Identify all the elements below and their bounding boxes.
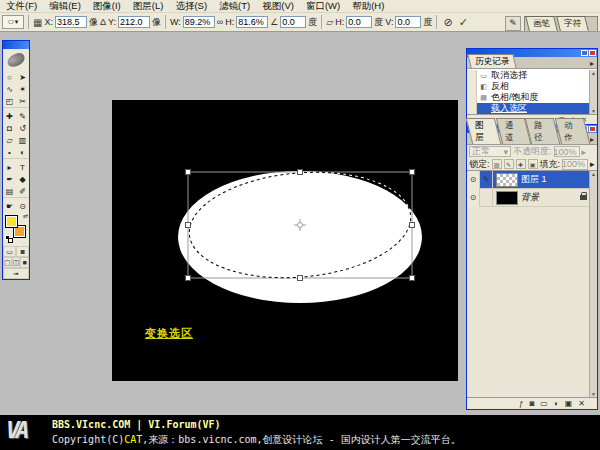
lock-all-button[interactable]: ▣ bbox=[528, 159, 538, 169]
brush-palette-button[interactable]: ✎ bbox=[505, 16, 521, 31]
cancel-transform-button[interactable]: ⊘ bbox=[441, 16, 454, 29]
visibility-eye-icon[interactable]: ⊙ bbox=[467, 189, 480, 207]
standard-screen-button[interactable]: ▢ bbox=[3, 257, 12, 268]
history-source-well[interactable] bbox=[467, 92, 477, 103]
scroll-up-icon[interactable]: ▲ bbox=[591, 171, 596, 177]
document-canvas[interactable]: 变换选区 bbox=[112, 100, 458, 381]
link-dimensions-icon[interactable]: ∞ bbox=[217, 17, 223, 27]
minimize-icon[interactable] bbox=[581, 50, 588, 56]
commit-transform-button[interactable]: ✓ bbox=[457, 16, 470, 29]
tool-preset-picker[interactable]: ⬭▾ bbox=[2, 15, 24, 29]
tool-pen[interactable]: ✒ bbox=[3, 173, 16, 185]
new-layer-button[interactable]: ▣ bbox=[565, 399, 573, 408]
menu-file[interactable]: 文件(F) bbox=[0, 0, 43, 13]
delete-layer-button[interactable]: ✕ bbox=[578, 399, 585, 408]
jump-to-imageready-button[interactable]: ➟ bbox=[3, 268, 29, 279]
quick-mask-button[interactable]: ◙ bbox=[16, 246, 29, 257]
history-state-load-selection[interactable]: ▫ 载入选区 bbox=[467, 103, 597, 114]
default-colors-icon[interactable] bbox=[5, 235, 13, 243]
adjustment-layer-button[interactable]: ◐ bbox=[554, 399, 559, 408]
tool-slice[interactable]: ✂ bbox=[16, 95, 29, 107]
tool-lasso[interactable]: ∿ bbox=[3, 83, 16, 95]
lock-pixels-button[interactable]: ✎ bbox=[504, 159, 514, 169]
spinner-icon[interactable]: ▸ bbox=[590, 159, 595, 169]
blend-mode-select[interactable]: 正常 ▾ bbox=[469, 146, 511, 157]
tool-eyedropper[interactable]: ✐ bbox=[16, 185, 29, 197]
foreground-color-swatch[interactable] bbox=[5, 215, 18, 228]
fullscreen-button[interactable]: ■ bbox=[20, 257, 29, 268]
fullscreen-menu-button[interactable]: ◫ bbox=[12, 257, 21, 268]
menu-select[interactable]: 选择(S) bbox=[169, 0, 213, 13]
layer-row-layer1[interactable]: ⊙ ✎ 图层 1 bbox=[467, 171, 597, 189]
skew-h-input[interactable] bbox=[346, 16, 372, 28]
tool-clone-stamp[interactable]: ◘ bbox=[3, 122, 16, 134]
add-layer-mask-button[interactable]: ◙ bbox=[529, 399, 534, 408]
new-layer-set-button[interactable]: ▭ bbox=[540, 399, 548, 408]
reference-point-locator[interactable]: ▦ bbox=[33, 17, 42, 28]
lock-transparency-button[interactable]: ▨ bbox=[492, 159, 502, 169]
layers-scrollbar[interactable]: ▲ ▼ bbox=[589, 171, 597, 397]
menu-window[interactable]: 窗口(W) bbox=[300, 0, 346, 13]
tool-zoom[interactable]: ⊙ bbox=[16, 200, 29, 212]
width-percent-input[interactable] bbox=[183, 16, 215, 28]
close-icon[interactable] bbox=[589, 50, 596, 56]
opacity-input[interactable]: 100% bbox=[554, 146, 580, 157]
layer-style-button[interactable]: ƒ bbox=[519, 399, 523, 408]
layer-name[interactable]: 图层 1 bbox=[521, 173, 547, 186]
tool-custom-shape[interactable]: ◆ bbox=[16, 173, 29, 185]
layer-name[interactable]: 背景 bbox=[521, 191, 539, 204]
menu-help[interactable]: 帮助(H) bbox=[346, 0, 390, 13]
history-scrollbar[interactable]: ▲ ▼ bbox=[589, 70, 597, 114]
transform-selection-label[interactable]: 变换选区 bbox=[145, 326, 193, 341]
toolbox-title-bar[interactable] bbox=[3, 41, 29, 49]
menu-image[interactable]: 图像(I) bbox=[87, 0, 127, 13]
tool-move[interactable]: ➤ bbox=[16, 71, 29, 83]
tool-path-selection[interactable]: ▸ bbox=[3, 161, 16, 173]
tool-crop[interactable]: ◰ bbox=[3, 95, 16, 107]
palette-menu-icon[interactable]: ▸ bbox=[587, 59, 597, 68]
tab-actions[interactable]: 动作 bbox=[554, 118, 589, 144]
tool-hand[interactable]: ☛ bbox=[3, 200, 16, 212]
tool-dodge[interactable]: ◐ bbox=[16, 146, 29, 158]
tab-brushes[interactable]: 画笔 bbox=[525, 16, 558, 31]
tool-notes[interactable]: ▤ bbox=[3, 185, 16, 197]
tool-eraser[interactable]: ▱ bbox=[3, 134, 16, 146]
layer-thumbnail[interactable] bbox=[496, 191, 518, 205]
height-percent-input[interactable] bbox=[236, 16, 268, 28]
fill-input[interactable]: 100% bbox=[562, 159, 588, 170]
layer-row-background[interactable]: ⊙ 背景 bbox=[467, 189, 597, 207]
visibility-eye-icon[interactable]: ⊙ bbox=[467, 171, 480, 189]
menu-view[interactable]: 视图(V) bbox=[256, 0, 300, 13]
tool-history-brush[interactable]: ↺ bbox=[16, 122, 29, 134]
history-source-well[interactable] bbox=[467, 103, 477, 114]
tool-brush[interactable]: ✎ bbox=[16, 110, 29, 122]
standard-mode-button[interactable]: ▭ bbox=[3, 246, 16, 257]
tool-magic-wand[interactable]: ✶ bbox=[16, 83, 29, 95]
relative-position-toggle[interactable]: Δ bbox=[100, 17, 106, 27]
tool-elliptical-marquee[interactable]: ○ bbox=[3, 71, 16, 83]
scroll-up-icon[interactable]: ▲ bbox=[591, 70, 596, 76]
scroll-down-icon[interactable]: ▼ bbox=[591, 391, 596, 397]
layer-thumbnail[interactable] bbox=[496, 173, 518, 187]
history-state-deselect[interactable]: ▭ 取消选择 bbox=[467, 70, 597, 81]
rotation-input[interactable] bbox=[280, 16, 306, 28]
tool-healing-brush[interactable]: ✚ bbox=[3, 110, 16, 122]
history-state-hue-saturation[interactable]: ▤ 色相/饱和度 bbox=[467, 92, 597, 103]
close-icon[interactable] bbox=[589, 126, 596, 132]
menu-layer[interactable]: 图层(L) bbox=[127, 0, 170, 13]
tab-character[interactable]: 字符 bbox=[556, 16, 589, 31]
tool-gradient[interactable]: ▥ bbox=[16, 134, 29, 146]
y-position-input[interactable] bbox=[118, 16, 150, 28]
history-source-well[interactable] bbox=[467, 70, 477, 81]
tool-blur[interactable]: • bbox=[3, 146, 16, 158]
menu-edit[interactable]: 编辑(E) bbox=[43, 0, 87, 13]
menu-filter[interactable]: 滤镜(T) bbox=[213, 0, 256, 13]
history-source-well[interactable] bbox=[467, 81, 477, 92]
scroll-down-icon[interactable]: ▼ bbox=[591, 108, 596, 114]
skew-v-input[interactable] bbox=[395, 16, 421, 28]
lock-position-button[interactable]: ✚ bbox=[516, 159, 526, 169]
x-position-input[interactable] bbox=[55, 16, 87, 28]
tab-history[interactable]: 历史记录 bbox=[467, 54, 516, 68]
spinner-icon[interactable]: ▸ bbox=[582, 147, 587, 157]
swap-colors-icon[interactable]: ⇄ bbox=[23, 212, 28, 219]
